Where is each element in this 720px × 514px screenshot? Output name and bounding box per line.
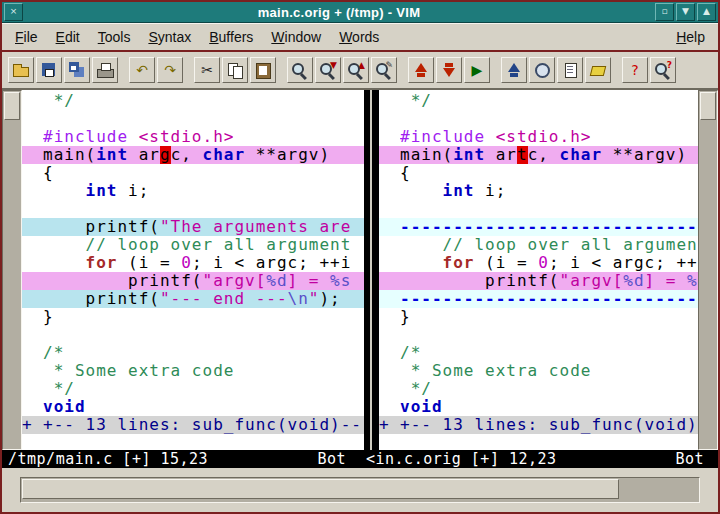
- left-scrollbar[interactable]: [2, 90, 22, 450]
- code-line[interactable]: void: [22, 398, 364, 416]
- code-pane[interactable]: */ #include <stdio.h> main(int artc, cha…: [379, 90, 698, 450]
- code-line[interactable]: printf("argv[%d] = %: [379, 272, 698, 290]
- horizontal-scrollbar[interactable]: [20, 477, 700, 503]
- code-line[interactable]: [379, 326, 698, 344]
- code-line[interactable]: #include <stdio.h>: [22, 128, 364, 146]
- status-line: /tmp/main.c [+] 15,23 Bot <in.c.orig [+]…: [2, 450, 718, 468]
- find-help-button[interactable]: ?: [650, 57, 676, 83]
- fold-column: [22, 200, 43, 218]
- code-line[interactable]: * Some extra code: [379, 362, 698, 380]
- code-line[interactable]: ----------------------------------------…: [379, 290, 698, 308]
- fold-column: [22, 254, 43, 272]
- open-button[interactable]: [8, 57, 34, 83]
- code-line[interactable]: [379, 200, 698, 218]
- code-line[interactable]: printf("argv[%d] = %s: [22, 272, 364, 290]
- code-line[interactable]: main(int artc, char **argv): [379, 146, 698, 164]
- tag-jump-button[interactable]: [585, 57, 611, 83]
- code-line[interactable]: [22, 200, 364, 218]
- find-prev-button[interactable]: ▲: [343, 57, 369, 83]
- find-next-button[interactable]: ▼: [315, 57, 341, 83]
- code-line[interactable]: */: [22, 380, 364, 398]
- split-separator[interactable]: [364, 90, 379, 450]
- code-line[interactable]: main(int argc, char **argv): [22, 146, 364, 164]
- code-line[interactable]: printf("--- end ---\n");: [22, 290, 364, 308]
- code-line[interactable]: /*: [379, 344, 698, 362]
- menu-syntax[interactable]: Syntax: [139, 26, 200, 48]
- left-scrollbar-thumb[interactable]: [4, 92, 20, 120]
- window-menu-button[interactable]: ×: [4, 3, 23, 21]
- code-line[interactable]: {: [22, 164, 364, 182]
- shell-button[interactable]: [529, 57, 555, 83]
- code-line[interactable]: void: [379, 398, 698, 416]
- code-line[interactable]: ----------------------------------------…: [379, 218, 698, 236]
- save-session-button[interactable]: [436, 57, 462, 83]
- code-line[interactable]: */: [379, 92, 698, 110]
- save-button[interactable]: [36, 57, 62, 83]
- replace-button[interactable]: ✎: [371, 57, 397, 83]
- fold-column: [379, 218, 400, 236]
- fold-column: [22, 110, 43, 128]
- find-button[interactable]: [287, 57, 313, 83]
- code-line[interactable]: {: [379, 164, 698, 182]
- code-line[interactable]: printf("The arguments are: [22, 218, 364, 236]
- code-line[interactable]: #include <stdio.h>: [379, 128, 698, 146]
- fold-column[interactable]: +: [379, 416, 400, 434]
- horizontal-scrollbar-thumb[interactable]: [22, 479, 619, 499]
- run-ctags-button[interactable]: [557, 57, 583, 83]
- code-line[interactable]: for (i = 0; i < argc; ++: [379, 254, 698, 272]
- code-line[interactable]: */: [22, 92, 364, 110]
- right-scrollbar[interactable]: [698, 90, 718, 450]
- code-line[interactable]: ++-- 13 lines: sub_func(void)-----------…: [22, 416, 364, 434]
- cut-icon: ✂: [198, 61, 216, 79]
- help-button[interactable]: ?: [622, 57, 648, 83]
- code-line[interactable]: [22, 110, 364, 128]
- right-scrollbar-thumb[interactable]: [700, 92, 716, 120]
- menu-words[interactable]: Words: [330, 26, 388, 48]
- code-line[interactable]: int i;: [22, 182, 364, 200]
- titlebar-buttons: ▫▼▲: [654, 3, 717, 21]
- code-line[interactable]: }: [379, 308, 698, 326]
- code-line[interactable]: }: [22, 308, 364, 326]
- lower-button[interactable]: ▼: [676, 3, 695, 21]
- paste-button[interactable]: [250, 57, 276, 83]
- code-line[interactable]: int i;: [379, 182, 698, 200]
- menu-edit[interactable]: Edit: [47, 26, 89, 48]
- run-script-button[interactable]: ▶: [464, 57, 490, 83]
- cut-button[interactable]: ✂: [194, 57, 220, 83]
- menu-buffers[interactable]: Buffers: [200, 26, 262, 48]
- code-line[interactable]: ++-- 13 lines: sub_func(void)-----------…: [379, 416, 698, 434]
- fold-column: [22, 344, 43, 362]
- menu-file[interactable]: File: [6, 26, 47, 48]
- make-button[interactable]: [501, 57, 527, 83]
- copy-button[interactable]: [222, 57, 248, 83]
- code-line[interactable]: [379, 110, 698, 128]
- menu-window[interactable]: Window: [262, 26, 330, 48]
- save-all-button[interactable]: [64, 57, 90, 83]
- menu-tools[interactable]: Tools: [89, 26, 140, 48]
- print-button[interactable]: [92, 57, 118, 83]
- redo-button[interactable]: ↷: [157, 57, 183, 83]
- fold-column: [379, 362, 400, 380]
- open-icon: [12, 61, 30, 79]
- code-line[interactable]: // loop over all argument: [22, 236, 364, 254]
- code-line[interactable]: // loop over all argumen: [379, 236, 698, 254]
- code-line[interactable]: for (i = 0; i < argc; ++i: [22, 254, 364, 272]
- replace-icon: ✎: [375, 61, 393, 79]
- status-right-position: Bot: [675, 450, 704, 468]
- fold-column: [379, 398, 400, 416]
- undo-button[interactable]: ↶: [129, 57, 155, 83]
- iconify-button[interactable]: ▫: [655, 3, 674, 21]
- code-line[interactable]: */: [379, 380, 698, 398]
- code-pane[interactable]: */ #include <stdio.h> main(int argc, cha…: [22, 90, 364, 450]
- status-right: <in.c.orig [+] 12,23 Bot: [360, 450, 718, 468]
- fold-column[interactable]: +: [22, 416, 43, 434]
- code-line[interactable]: [22, 326, 364, 344]
- maximize-button[interactable]: ▲: [697, 3, 716, 21]
- find-help-icon: ?: [654, 61, 672, 79]
- titlebar[interactable]: × main.c.orig + (/tmp) - VIM ▫▼▲: [2, 2, 718, 23]
- window-title: main.c.orig + (/tmp) - VIM: [24, 5, 654, 20]
- menu-help[interactable]: Help: [667, 26, 714, 48]
- code-line[interactable]: * Some extra code: [22, 362, 364, 380]
- load-session-button[interactable]: [408, 57, 434, 83]
- code-line[interactable]: /*: [22, 344, 364, 362]
